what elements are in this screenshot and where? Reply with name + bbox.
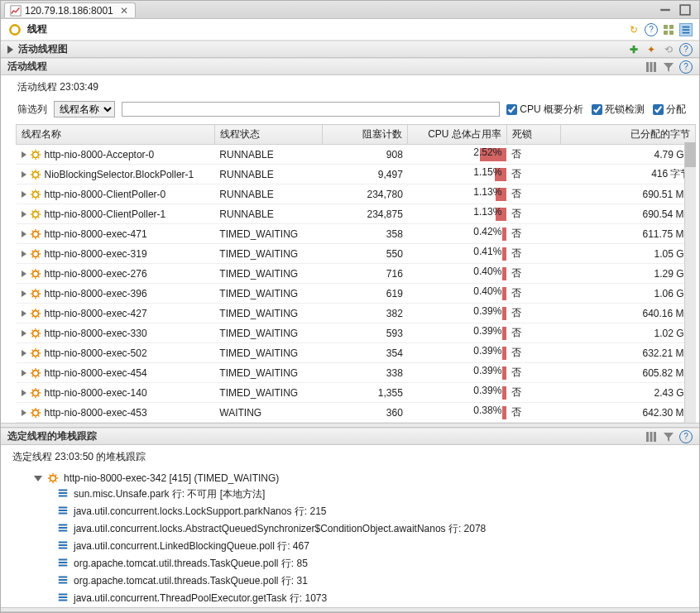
thread-bytes: 690.54 MB [561, 204, 696, 224]
filter-text-input[interactable] [122, 102, 500, 117]
table-row[interactable]: http-nio-8000-exec-454TIMED_WAITING3380.… [17, 363, 696, 383]
expand-row-icon[interactable] [22, 350, 26, 357]
thread-name-text: http-nio-8000-exec-427 [45, 308, 147, 319]
tab-close-icon[interactable]: ✕ [120, 5, 128, 17]
col-bytes[interactable]: 已分配的字节 [561, 125, 696, 145]
tab-active[interactable]: 120.79.18.186:8001 ✕ [4, 2, 136, 17]
table-scrollbar[interactable] [684, 142, 696, 423]
add-icon[interactable]: ✚ [627, 43, 640, 56]
thread-cpu: 0.39% [408, 363, 506, 383]
table-row[interactable]: http-nio-8000-Acceptor-0RUNNABLE9082.52%… [17, 145, 696, 165]
expand-row-icon[interactable] [22, 231, 26, 237]
allocation-check[interactable]: 分配 [653, 103, 686, 117]
table-row[interactable]: NioBlockingSelector.BlockPoller-1RUNNABL… [17, 165, 696, 184]
filter-column-select[interactable]: 线程名称 [54, 101, 115, 117]
table-row[interactable]: http-nio-8000-exec-427TIMED_WAITING3820.… [17, 304, 696, 323]
columns-icon-2[interactable] [645, 430, 658, 443]
table-row[interactable]: http-nio-8000-exec-471TIMED_WAITING3580.… [17, 224, 696, 244]
thread-state: TIMED_WAITING [214, 304, 322, 323]
expand-row-icon[interactable] [22, 330, 26, 337]
stack-frame[interactable]: org.apache.tomcat.util.threads.TaskQueue… [57, 572, 699, 590]
stack-frame[interactable]: java.util.concurrent.locks.LockSupport.p… [57, 503, 699, 520]
expand-row-icon[interactable] [22, 271, 26, 277]
cpu-profiling-check[interactable]: CPU 概要分析 [506, 103, 583, 117]
table-row[interactable]: http-nio-8000-ClientPoller-0RUNNABLE234,… [17, 184, 696, 204]
table-row[interactable]: http-nio-8000-ClientPoller-1RUNNABLE234,… [17, 204, 696, 224]
help-icon-3[interactable]: ? [679, 60, 693, 74]
cog-icon[interactable]: ✦ [645, 43, 658, 56]
expand-row-icon[interactable] [22, 171, 26, 178]
thread-blocked: 338 [323, 363, 408, 383]
filter-icon[interactable] [662, 60, 675, 74]
link-icon[interactable]: ⟲ [662, 43, 675, 56]
thread-bytes: 611.75 MB [561, 224, 696, 244]
help-icon-4[interactable]: ? [679, 430, 693, 443]
expand-icon[interactable] [7, 45, 13, 54]
table-row[interactable]: http-nio-8000-exec-396TIMED_WAITING6190.… [17, 284, 696, 304]
svg-rect-0 [11, 5, 21, 15]
thread-blocked: 234,780 [323, 184, 408, 204]
thread-cpu: 2.52% [408, 145, 506, 165]
col-blocked[interactable]: 阻塞计数 [323, 125, 408, 145]
list-view-icon[interactable] [679, 23, 693, 36]
stack-frame-icon [57, 505, 69, 519]
thread-state: RUNNABLE [214, 204, 322, 224]
stack-frame[interactable]: java.util.concurrent.ThreadPoolExecutor.… [57, 590, 699, 607]
help-icon[interactable]: ? [645, 23, 658, 36]
stack-frame-text: java.util.concurrent.LinkedBlockingQueue… [74, 539, 309, 553]
bottom-splitter[interactable] [1, 607, 699, 612]
table-row[interactable]: http-nio-8000-exec-453WAITING3600.38%否64… [17, 403, 696, 423]
thread-blocked: 354 [323, 343, 408, 363]
col-cpu[interactable]: CPU 总体占用率 [408, 125, 506, 145]
thread-deadlock: 否 [506, 304, 560, 323]
stack-tree: http-nio-8000-exec-342 [415] (TIMED_WAIT… [34, 471, 699, 607]
svg-point-11 [32, 151, 38, 157]
stack-frame[interactable]: org.apache.tomcat.util.threads.TaskQueue… [57, 555, 699, 572]
expand-row-icon[interactable] [22, 211, 26, 218]
stack-frame[interactable]: sun.misc.Unsafe.park 行: 不可用 [本地方法] [57, 486, 699, 503]
gear-icon [30, 208, 41, 220]
table-row[interactable]: http-nio-8000-exec-140TIMED_WAITING1,355… [17, 383, 696, 403]
svg-rect-9 [650, 62, 653, 72]
section-active-header[interactable]: 活动线程 ? [1, 58, 699, 75]
thread-cpu: 1.13% [408, 204, 506, 224]
expand-row-icon[interactable] [22, 191, 26, 198]
help-icon-2[interactable]: ? [679, 43, 693, 56]
expand-row-icon[interactable] [22, 390, 26, 396]
expand-row-icon[interactable] [22, 151, 26, 158]
col-deadlock[interactable]: 死锁 [506, 125, 560, 145]
table-row[interactable]: http-nio-8000-exec-319TIMED_WAITING5500.… [17, 244, 696, 264]
table-row[interactable]: http-nio-8000-exec-276TIMED_WAITING7160.… [17, 264, 696, 284]
thread-cpu: 0.42% [408, 224, 506, 244]
stack-frame[interactable]: java.util.concurrent.locks.AbstractQueue… [57, 520, 699, 538]
section-stack-header[interactable]: 选定线程的堆栈跟踪 ? [1, 428, 699, 445]
expand-row-icon[interactable] [22, 290, 26, 297]
gear-icon [47, 472, 59, 484]
stack-frame[interactable]: java.util.concurrent.LinkedBlockingQueue… [57, 538, 699, 555]
table-row[interactable]: http-nio-8000-exec-330TIMED_WAITING5930.… [17, 323, 696, 343]
refresh-icon[interactable]: ↻ [627, 23, 640, 36]
expand-row-icon[interactable] [22, 409, 26, 416]
section-chart-header[interactable]: 活动线程图 ✚ ✦ ⟲ ? [1, 41, 699, 58]
expand-row-icon[interactable] [22, 370, 26, 376]
window-minimize-button[interactable] [659, 4, 671, 16]
col-state[interactable]: 线程状态 [214, 125, 322, 145]
thread-deadlock: 否 [506, 423, 560, 424]
columns-icon[interactable] [645, 60, 658, 74]
window-maximize-button[interactable] [679, 4, 691, 16]
table-row[interactable]: http-nio-8000-exec-400TIMED_WAITING6250.… [17, 423, 696, 424]
filter-icon-2[interactable] [662, 430, 675, 443]
col-name[interactable]: 线程名称 [17, 125, 215, 145]
gear-icon [30, 189, 41, 200]
stack-root[interactable]: http-nio-8000-exec-342 [415] (TIMED_WAIT… [34, 471, 699, 486]
collapse-icon[interactable] [34, 476, 42, 481]
grid-view-icon[interactable] [662, 23, 675, 36]
thread-blocked: 360 [323, 403, 408, 423]
thread-bytes: 1.06 GB [561, 284, 696, 304]
gear-icon [30, 407, 41, 419]
expand-row-icon[interactable] [22, 310, 26, 317]
expand-row-icon[interactable] [22, 251, 26, 257]
svg-rect-6 [664, 31, 668, 35]
table-row[interactable]: http-nio-8000-exec-502TIMED_WAITING3540.… [17, 343, 696, 363]
deadlock-check[interactable]: 死锁检测 [592, 103, 645, 117]
